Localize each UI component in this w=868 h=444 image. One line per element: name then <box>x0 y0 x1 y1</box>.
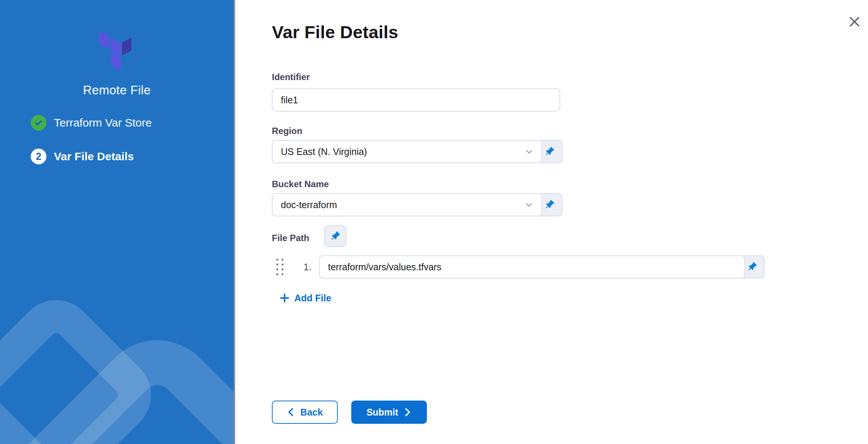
chevron-right-icon <box>403 407 412 417</box>
pushpin-icon <box>746 261 758 273</box>
var-file-details-panel: Var File Details Identifier Region US Ea… <box>235 0 868 444</box>
identifier-label: Identifier <box>272 72 310 82</box>
step-number-badge: 2 <box>31 149 46 164</box>
step-var-file-details[interactable]: 2 Var File Details <box>31 149 134 164</box>
chevron-left-icon <box>287 407 295 417</box>
wizard-title: Remote File <box>0 83 234 97</box>
file-path-row: 1. <box>235 255 868 279</box>
step-label: Terraform Var Store <box>54 116 152 129</box>
pushpin-icon <box>330 231 341 242</box>
plus-icon <box>279 293 290 303</box>
step-label: Var File Details <box>54 150 134 163</box>
region-select[interactable]: US East (N. Virginia) <box>272 140 542 163</box>
add-file-button[interactable]: Add File <box>279 291 331 305</box>
file-path-row-index: 1. <box>292 261 312 273</box>
step-terraform-var-store[interactable]: Terraform Var Store <box>31 115 152 131</box>
step-completed-check-icon <box>31 115 46 131</box>
page-title: Var File Details <box>272 22 398 42</box>
bucket-name-field: doc-terraform <box>272 193 562 216</box>
drag-handle-icon[interactable] <box>276 259 283 275</box>
wizard-sidebar: Remote File Terraform Var Store 2 Var Fi… <box>0 0 234 444</box>
back-label: Back <box>300 407 323 418</box>
region-field: US East (N. Virginia) <box>272 140 562 163</box>
close-icon[interactable] <box>847 14 862 29</box>
add-file-label: Add File <box>294 293 331 304</box>
submit-button[interactable]: Submit <box>351 401 427 424</box>
wizard-footer: Back Submit <box>272 401 427 424</box>
pushpin-icon <box>544 146 555 157</box>
identifier-input[interactable] <box>272 88 560 112</box>
submit-label: Submit <box>367 407 398 418</box>
region-label: Region <box>272 126 302 136</box>
back-button[interactable]: Back <box>272 401 338 424</box>
pushpin-icon <box>544 199 555 210</box>
terraform-logo-icon <box>99 31 132 71</box>
bucket-name-label: Bucket Name <box>272 179 329 189</box>
bucket-name-value: doc-terraform <box>281 200 337 210</box>
chevron-down-icon <box>524 147 534 156</box>
file-path-input[interactable] <box>319 255 745 279</box>
file-path-pin-button[interactable] <box>324 225 346 247</box>
var-file-modal: Remote File Terraform Var Store 2 Var Fi… <box>0 0 868 444</box>
chevron-down-icon <box>524 200 534 210</box>
region-value: US East (N. Virginia) <box>281 146 367 157</box>
bucket-name-select[interactable]: doc-terraform <box>272 193 542 216</box>
file-path-label: File Path <box>272 233 309 243</box>
